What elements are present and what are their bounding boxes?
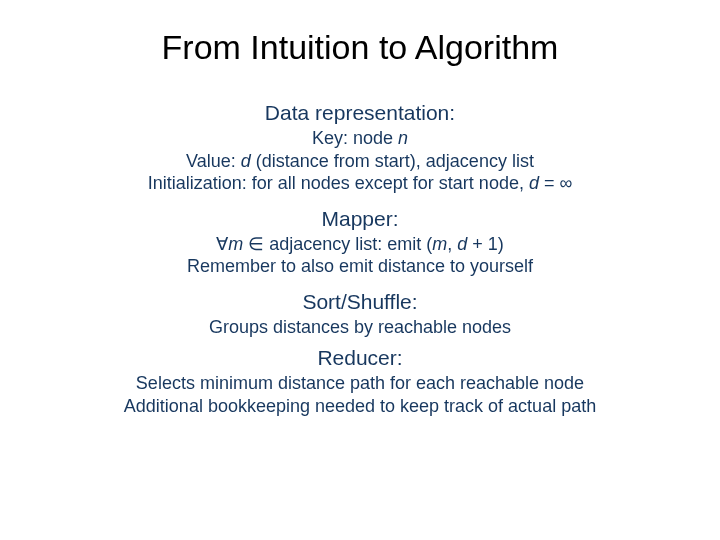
- section-heading-sort: Sort/Shuffle:: [0, 290, 720, 314]
- text: ∈ adjacency list: emit (: [243, 234, 432, 254]
- text: Initialization: for all nodes except for…: [148, 173, 529, 193]
- section-heading-mapper: Mapper:: [0, 207, 720, 231]
- data-init-line: Initialization: for all nodes except for…: [0, 172, 720, 195]
- text: (distance from start), adjacency list: [251, 151, 534, 171]
- var-n: n: [398, 128, 408, 148]
- var-d: d: [457, 234, 467, 254]
- slide-title: From Intuition to Algorithm: [0, 28, 720, 67]
- section-heading-reducer: Reducer:: [0, 346, 720, 370]
- text: Value:: [186, 151, 241, 171]
- forall-symbol: ∀: [216, 234, 228, 254]
- var-m: m: [432, 234, 447, 254]
- text: Key: node: [312, 128, 398, 148]
- mapper-line2: Remember to also emit distance to yourse…: [0, 255, 720, 278]
- mapper-line1: ∀m ∈ adjacency list: emit (m, d + 1): [0, 233, 720, 256]
- sort-line1: Groups distances by reachable nodes: [0, 316, 720, 339]
- section-heading-data: Data representation:: [0, 101, 720, 125]
- reducer-line2: Additional bookkeeping needed to keep tr…: [0, 395, 720, 418]
- reducer-line1: Selects minimum distance path for each r…: [0, 372, 720, 395]
- text: =: [539, 173, 560, 193]
- infinity-symbol: ∞: [559, 173, 572, 193]
- text: + 1): [467, 234, 504, 254]
- text: ,: [447, 234, 457, 254]
- var-d: d: [529, 173, 539, 193]
- var-m: m: [228, 234, 243, 254]
- data-key-line: Key: node n: [0, 127, 720, 150]
- data-value-line: Value: d (distance from start), adjacenc…: [0, 150, 720, 173]
- var-d: d: [241, 151, 251, 171]
- slide: From Intuition to Algorithm Data represe…: [0, 0, 720, 540]
